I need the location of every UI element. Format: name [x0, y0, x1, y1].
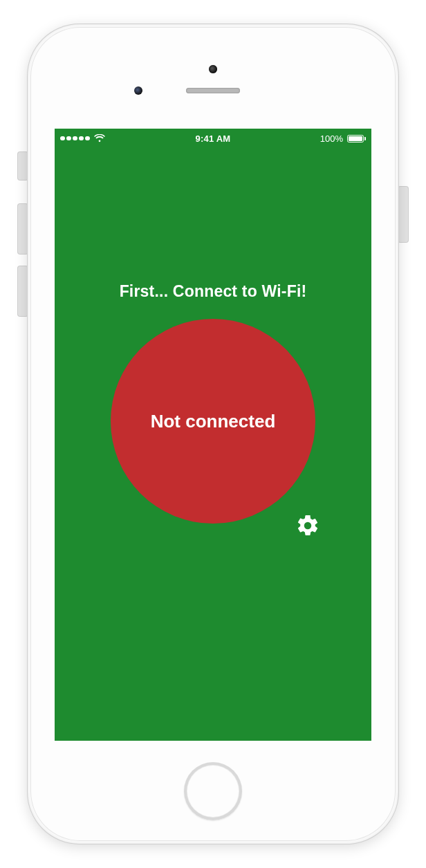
- battery-percentage: 100%: [320, 133, 343, 144]
- instruction-heading: First... Connect to Wi-Fi!: [55, 282, 371, 301]
- status-bar: 9:41 AM 100%: [55, 129, 371, 148]
- mute-switch: [18, 152, 28, 180]
- status-bar-left: [60, 134, 105, 142]
- power-button: [398, 187, 408, 242]
- volume-up-button: [18, 204, 28, 254]
- connection-status-circle[interactable]: Not connected: [111, 319, 315, 524]
- wifi-icon: [94, 134, 105, 142]
- device-bezel: 9:41 AM 100% First... Connect to Wi-Fi! …: [30, 27, 396, 841]
- settings-button[interactable]: [295, 513, 320, 538]
- gear-icon: [295, 513, 320, 538]
- earpiece-speaker: [186, 88, 240, 93]
- screen: 9:41 AM 100% First... Connect to Wi-Fi! …: [55, 129, 371, 741]
- battery-icon: [347, 135, 366, 142]
- home-button[interactable]: [184, 762, 242, 820]
- volume-down-button: [18, 266, 28, 316]
- device-frame: 9:41 AM 100% First... Connect to Wi-Fi! …: [28, 24, 398, 844]
- cellular-signal-icon: [60, 136, 90, 141]
- front-camera: [209, 65, 217, 73]
- connection-status-label: Not connected: [151, 411, 276, 432]
- status-bar-right: 100%: [320, 133, 366, 144]
- proximity-sensor: [134, 86, 142, 95]
